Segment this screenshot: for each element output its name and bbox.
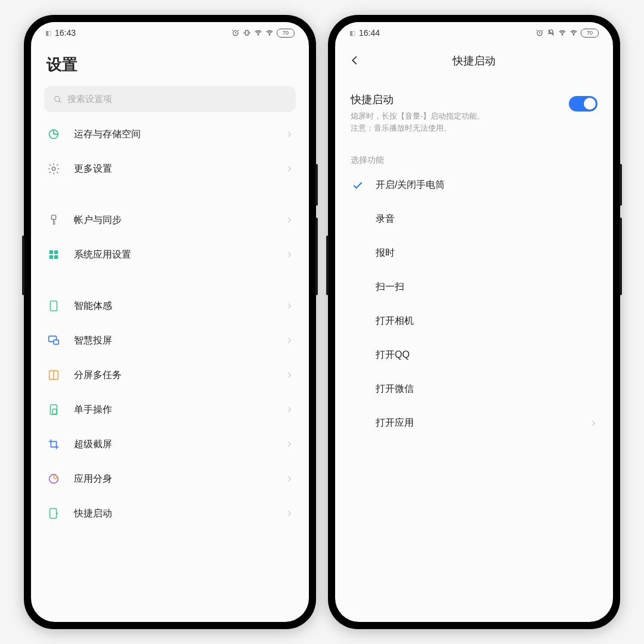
function-row-flashlight[interactable]: 开启/关闭手电筒: [335, 168, 613, 202]
settings-row-more[interactable]: 更多设置: [31, 151, 309, 186]
wifi-icon: [558, 29, 566, 37]
circle-icon: [47, 472, 61, 486]
function-label: 开启/关闭手电筒: [376, 179, 597, 191]
svg-point-7: [573, 35, 574, 35]
back-button[interactable]: [348, 54, 361, 67]
function-label: 录音: [376, 213, 597, 225]
phone-frame-left: ◧ 16:43 70 设置 搜索设置: [24, 15, 316, 629]
svg-point-4: [55, 96, 60, 101]
chevron-right-icon: [285, 405, 293, 414]
function-section-label: 选择功能: [335, 137, 613, 168]
chevron-right-icon: [285, 371, 293, 379]
settings-row-label: 更多设置: [74, 163, 285, 175]
chevron-right-icon: [285, 440, 293, 448]
svg-rect-1: [246, 30, 249, 35]
function-row-qq[interactable]: 打开QQ: [335, 338, 613, 372]
function-row-camera[interactable]: 打开相机: [335, 304, 613, 338]
svg-point-2: [258, 35, 258, 35]
launch-icon: [47, 506, 61, 521]
vibrate-icon: [243, 29, 251, 37]
page-title: 设置: [31, 44, 309, 86]
chevron-right-icon: [285, 165, 293, 173]
split-icon: [47, 368, 61, 382]
settings-row-storage[interactable]: 运存与存储空间: [31, 117, 309, 151]
function-label: 打开微信: [376, 383, 597, 395]
settings-row-account[interactable]: 帐户与同步: [31, 203, 309, 237]
phone-frame-right: ◧ 16:44 70: [328, 15, 620, 629]
function-label: 扫一扫: [376, 281, 597, 293]
device-icon: [47, 299, 61, 313]
settings-row-appclone[interactable]: 应用分身: [31, 462, 309, 496]
silent-icon: [547, 29, 555, 37]
settings-list: 运存与存储空间更多设置帐户与同步系统应用设置智能体感智慧投屏分屏多任务单手操作超…: [31, 117, 309, 622]
onehand-icon: [47, 402, 61, 417]
status-bar: ◧ 16:44 70: [335, 22, 613, 44]
wifi-icon: [254, 29, 262, 37]
chevron-right-icon: [285, 475, 293, 483]
cast-icon: [47, 333, 61, 348]
toggle-desc: 熄屏时，长按【音量-】启动指定功能。 注意：音乐播放时无法使用。: [351, 110, 559, 134]
settings-row-label: 帐户与同步: [74, 214, 285, 227]
crop-icon: [47, 437, 61, 451]
svg-point-6: [562, 35, 562, 35]
signal-icon: [265, 29, 274, 37]
settings-row-label: 智能体感: [74, 300, 285, 312]
chevron-right-icon: [285, 216, 293, 224]
nav-title: 快捷启动: [453, 54, 496, 68]
search-icon: [52, 94, 63, 104]
screen-settings: ◧ 16:43 70 设置 搜索设置: [31, 22, 309, 622]
function-label: 打开相机: [376, 315, 597, 327]
quick-launch-toggle-section: 快捷启动 熄屏时，长按【音量-】启动指定功能。 注意：音乐播放时无法使用。: [335, 75, 613, 137]
sim-icon: ◧: [45, 29, 51, 37]
sim-icon: ◧: [349, 29, 355, 37]
function-row-openapp[interactable]: 打开应用: [335, 406, 613, 440]
battery-indicator: 70: [277, 29, 295, 38]
settings-row-label: 应用分身: [74, 473, 285, 485]
chevron-right-icon: [285, 336, 293, 345]
screen-quick-launch: ◧ 16:44 70: [335, 22, 613, 622]
signal-icon: [569, 29, 578, 37]
status-bar: ◧ 16:43 70: [31, 22, 309, 44]
chevron-right-icon: [589, 419, 597, 428]
function-row-scan[interactable]: 扫一扫: [335, 270, 613, 304]
nav-bar: 快捷启动: [335, 44, 613, 75]
settings-row-motion[interactable]: 智能体感: [31, 289, 309, 323]
search-placeholder: 搜索设置项: [67, 94, 112, 105]
settings-row-label: 系统应用设置: [74, 249, 285, 261]
status-time: 16:44: [359, 28, 380, 38]
battery-indicator: 70: [581, 29, 599, 38]
status-time: 16:43: [55, 28, 76, 38]
settings-row-cast[interactable]: 智慧投屏: [31, 323, 309, 358]
chevron-right-icon: [285, 250, 293, 259]
function-row-time[interactable]: 报时: [335, 236, 613, 270]
settings-row-label: 运存与存储空间: [74, 128, 285, 141]
function-list: 开启/关闭手电筒录音报时扫一扫打开相机打开QQ打开微信打开应用: [335, 168, 613, 440]
pie-icon: [47, 127, 61, 141]
settings-row-label: 超级截屏: [74, 438, 285, 451]
settings-row-split[interactable]: 分屏多任务: [31, 358, 309, 392]
chevron-right-icon: [285, 302, 293, 310]
function-row-wechat[interactable]: 打开微信: [335, 372, 613, 406]
settings-row-quicklaunch[interactable]: 快捷启动: [31, 496, 309, 531]
check-icon: [351, 179, 365, 191]
chevron-right-icon: [285, 130, 293, 138]
svg-point-3: [269, 35, 270, 35]
settings-row-sysapps[interactable]: 系统应用设置: [31, 237, 309, 272]
chevron-right-icon: [285, 509, 293, 518]
settings-row-screenshot[interactable]: 超级截屏: [31, 427, 309, 462]
settings-row-label: 快捷启动: [74, 507, 285, 520]
quick-launch-switch[interactable]: [569, 96, 597, 112]
settings-row-label: 智慧投屏: [74, 335, 285, 347]
alarm-icon: [535, 29, 544, 37]
search-input[interactable]: 搜索设置项: [44, 86, 296, 112]
function-label: 报时: [376, 247, 597, 259]
settings-row-onehand[interactable]: 单手操作: [31, 392, 309, 427]
function-row-record[interactable]: 录音: [335, 202, 613, 236]
key-icon: [47, 213, 61, 227]
toggle-title: 快捷启动: [351, 92, 559, 107]
settings-row-label: 单手操作: [74, 404, 285, 416]
alarm-icon: [231, 29, 240, 37]
settings-row-label: 分屏多任务: [74, 369, 285, 382]
gear-icon: [47, 162, 61, 176]
function-label: 打开QQ: [376, 349, 597, 361]
